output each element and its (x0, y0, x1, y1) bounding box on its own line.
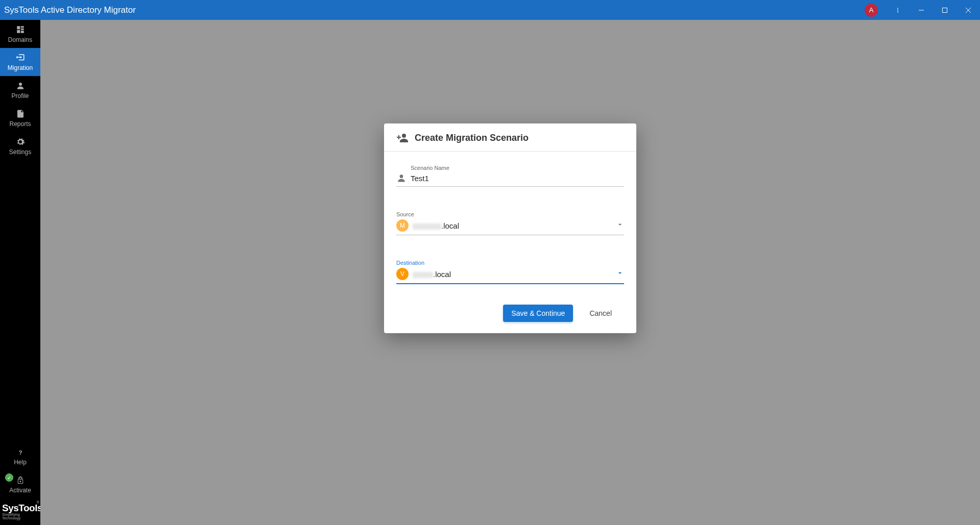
person-add-icon (396, 132, 409, 144)
minimize-icon[interactable] (910, 0, 933, 20)
kebab-menu-icon[interactable] (886, 0, 910, 20)
sidebar-item-settings[interactable]: Settings (0, 132, 40, 160)
sidebar: Domains Migration Profile Reports Settin… (0, 20, 40, 525)
sidebar-item-domains[interactable]: Domains (0, 20, 40, 48)
svg-point-10 (402, 134, 406, 138)
save-continue-button[interactable]: Save & Continue (503, 305, 573, 322)
sidebar-item-label: Reports (9, 120, 31, 128)
user-avatar[interactable]: A (865, 4, 878, 17)
dialog-title: Create Migration Scenario (415, 133, 529, 143)
maximize-icon[interactable] (933, 0, 957, 20)
create-migration-dialog: Create Migration Scenario Scenario Name (384, 123, 636, 333)
scenario-name-field: Scenario Name (396, 165, 624, 187)
titlebar: SysTools Active Directory Migrator A (0, 0, 980, 20)
profile-icon (15, 81, 26, 90)
sidebar-item-activate[interactable]: Activate (0, 470, 40, 498)
sidebar-item-help[interactable]: ? Help (0, 442, 40, 470)
close-icon[interactable] (957, 0, 980, 20)
sidebar-item-label: Migration (8, 64, 33, 71)
source-value: .local (413, 221, 612, 230)
destination-value: .local (413, 270, 612, 279)
sidebar-item-label: Help (14, 459, 27, 466)
svg-point-11 (400, 174, 403, 178)
sidebar-item-migration[interactable]: Migration (0, 48, 40, 76)
svg-point-7 (19, 83, 22, 86)
sidebar-item-label: Activate (9, 487, 31, 494)
dialog-actions: Save & Continue Cancel (384, 301, 636, 333)
svg-point-2 (897, 11, 898, 12)
activate-icon (15, 476, 26, 485)
scenario-name-label: Scenario Name (411, 165, 624, 171)
svg-point-1 (897, 10, 898, 11)
source-select[interactable]: M .local (396, 218, 624, 235)
destination-domain-avatar: V (396, 268, 409, 280)
destination-label: Destination (396, 260, 624, 266)
content-area: Create Migration Scenario Scenario Name (40, 20, 980, 525)
app-title: SysTools Active Directory Migrator (4, 5, 136, 15)
person-icon (396, 173, 407, 183)
dialog-header: Create Migration Scenario (384, 123, 636, 152)
destination-select[interactable]: V .local (396, 267, 624, 284)
sidebar-item-label: Settings (9, 148, 31, 156)
sidebar-item-label: Domains (8, 36, 32, 43)
sidebar-item-profile[interactable]: Profile (0, 76, 40, 104)
source-field: Source M .local (396, 211, 624, 235)
chevron-down-icon (616, 220, 624, 231)
sidebar-item-label: Profile (11, 92, 29, 99)
activate-status-badge (5, 473, 13, 482)
sidebar-item-reports[interactable]: Reports (0, 104, 40, 132)
chevron-down-icon (616, 269, 624, 279)
help-icon: ? (15, 447, 26, 457)
svg-text:?: ? (18, 448, 22, 455)
reports-icon (15, 109, 26, 118)
destination-field: Destination V .local (396, 260, 624, 284)
gear-icon (15, 137, 26, 146)
migration-icon (15, 53, 26, 62)
source-label: Source (396, 211, 624, 217)
svg-point-9 (19, 481, 21, 482)
scenario-name-input[interactable] (411, 174, 624, 183)
cancel-button[interactable]: Cancel (589, 309, 612, 317)
source-domain-avatar: M (396, 219, 409, 232)
domains-icon (15, 25, 26, 34)
svg-rect-4 (943, 8, 947, 12)
brand-logo: SysTools Simplifying Technology ® (0, 498, 40, 525)
svg-point-0 (897, 8, 898, 9)
